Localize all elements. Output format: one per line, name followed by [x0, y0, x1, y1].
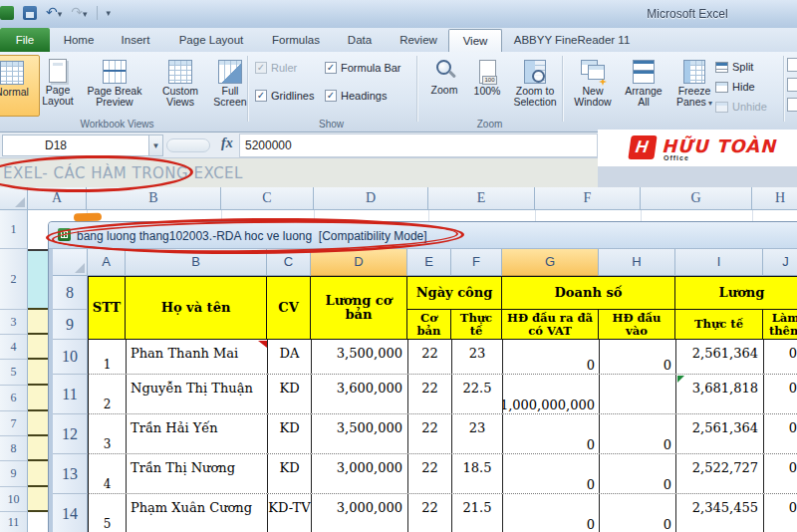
window-button-unhide[interactable]: Unhide — [715, 98, 767, 116]
table-cell[interactable]: 0 — [503, 340, 600, 374]
table-cell[interactable]: 22 — [408, 375, 452, 413]
name-box[interactable]: D18 — [2, 134, 149, 156]
table-cell[interactable]: 5 — [89, 494, 127, 532]
wb-row-header-11[interactable]: 11 — [53, 375, 88, 414]
outer-row-header-3[interactable]: 3 — [0, 310, 28, 335]
outer-row-header-9[interactable]: 9 — [0, 461, 28, 487]
table-cell[interactable]: 22 — [408, 340, 452, 374]
window-button-arrange-all[interactable]: Arrange All — [620, 55, 667, 117]
header-cell-cv[interactable]: CV — [267, 276, 311, 340]
wb-col-header-d[interactable]: D — [311, 249, 407, 276]
table-cell[interactable]: 22 — [408, 454, 452, 493]
redo-icon[interactable]: ↷▾ — [71, 5, 87, 21]
table-cell[interactable]: Trần Thị Nương — [127, 454, 268, 493]
table-cell[interactable]: 2,561,364 — [676, 414, 764, 453]
wb-row-header-12[interactable]: 12 — [53, 414, 88, 454]
header-cell-rev-in[interactable]: HĐ đầu vào — [599, 310, 675, 340]
table-cell[interactable]: 3,000,000 — [312, 494, 408, 532]
wb-row-header-14[interactable]: 14 — [53, 494, 88, 532]
header-cell-rev-out[interactable]: HĐ đầu ra đã có VAT — [502, 310, 599, 340]
header-cell-revenue[interactable]: Doanh số — [502, 276, 675, 310]
table-cell[interactable]: 0 — [764, 494, 797, 532]
wb-row-header-10[interactable]: 10 — [53, 340, 88, 375]
workbook-select-all-corner[interactable] — [53, 249, 88, 276]
undo-icon[interactable]: ↶▾ — [46, 5, 62, 21]
name-box-dropdown-icon[interactable]: ▼ — [149, 134, 163, 156]
table-cell[interactable]: 18.5 — [452, 454, 503, 493]
table-cell[interactable]: 0 — [764, 454, 797, 493]
ribbon-tab-page-layout[interactable]: Page Layout — [167, 29, 255, 52]
zoom-button-zoom[interactable]: Zoom — [422, 55, 466, 117]
table-cell[interactable]: Nguyễn Thị Thuận — [127, 375, 268, 413]
outer-col-header-d[interactable]: D — [314, 187, 428, 210]
outer-row-header-5[interactable]: 5 — [0, 360, 28, 386]
checkbox-gridlines[interactable]: ✓Gridlines — [255, 90, 314, 102]
table-cell[interactable]: KD — [268, 375, 312, 413]
checkbox-headings[interactable]: ✓Headings — [325, 90, 387, 102]
table-cell[interactable]: 21.5 — [452, 494, 503, 532]
ribbon-tab-view[interactable]: View — [448, 29, 502, 52]
table-cell[interactable]: DA — [268, 340, 312, 374]
table-cell[interactable]: 3,681,818 — [676, 375, 764, 413]
wb-col-header-j[interactable]: J — [763, 249, 797, 276]
header-cell-salary[interactable]: Lương — [675, 276, 797, 310]
customize-toolbar-icon[interactable]: ▾ — [107, 8, 112, 18]
outer-cell-colored[interactable] — [28, 411, 48, 436]
wb-row-header-9[interactable]: 9 — [53, 310, 88, 340]
checkbox-formula-bar[interactable]: ✓Formula Bar — [325, 62, 401, 74]
window-button-new-window[interactable]: New Window — [568, 55, 618, 117]
outer-row-header-7[interactable]: 7 — [0, 411, 28, 436]
outer-row-header-8[interactable]: 8 — [0, 436, 28, 461]
header-cell-base-salary[interactable]: Lương cơ bản — [311, 276, 407, 340]
table-cell[interactable]: 22.5 — [452, 375, 503, 413]
save-icon[interactable] — [23, 6, 37, 20]
window-button-split[interactable]: Split — [715, 58, 753, 76]
table-cell[interactable]: 3,600,000 — [312, 375, 408, 413]
outer-row-header-11[interactable]: 11 — [0, 512, 28, 532]
outer-row-header-10[interactable]: 10 — [0, 487, 28, 512]
zoom-button-zoom-to-selection[interactable]: Zoom to Selection — [508, 55, 562, 117]
table-cell[interactable]: KD-TV — [268, 494, 312, 532]
table-cell[interactable]: 2,522,727 — [676, 454, 764, 493]
table-cell[interactable]: 0 — [600, 340, 676, 374]
outer-cell-colored[interactable] — [28, 461, 48, 487]
table-cell[interactable]: KD — [268, 414, 312, 453]
wb-row-header-8[interactable]: 8 — [53, 276, 88, 310]
ribbon-tab-review[interactable]: Review — [391, 29, 446, 52]
wb-row-header-13[interactable]: 13 — [53, 454, 88, 494]
table-cell[interactable]: 0 — [503, 414, 600, 453]
table-cell[interactable]: 0 — [764, 340, 797, 374]
outer-col-header-g[interactable]: G — [641, 187, 752, 210]
formula-input[interactable]: 5200000 — [239, 133, 598, 157]
view-button-page-layout[interactable]: Page Layout — [34, 55, 82, 117]
wb-col-header-i[interactable]: I — [675, 249, 763, 276]
table-cell[interactable]: 0 — [764, 414, 797, 453]
header-cell-work-days[interactable]: Ngày công — [407, 276, 502, 310]
outer-cell-colored[interactable] — [28, 386, 48, 411]
header-cell-days-actual[interactable]: Thực tế — [451, 310, 502, 340]
outer-row-header-2[interactable]: 2 — [0, 249, 28, 310]
table-cell[interactable]: 4 — [89, 454, 127, 493]
ribbon-tab-insert[interactable]: Insert — [112, 29, 159, 52]
table-cell[interactable]: 1,000,000,000 — [503, 375, 600, 413]
table-cell[interactable]: KD — [268, 454, 312, 493]
undo-dropdown-icon[interactable]: ▾ — [58, 9, 63, 19]
outer-col-header-f[interactable]: F — [535, 187, 641, 210]
header-cell-stt[interactable]: STT — [88, 276, 126, 340]
wb-col-header-h[interactable]: H — [599, 249, 675, 276]
table-cell[interactable]: 23 — [452, 340, 503, 374]
table-cell[interactable]: Phạm Xuân Cương — [127, 494, 268, 532]
table-cell[interactable]: Trần Hải Yến — [127, 414, 268, 453]
table-cell[interactable]: 23 — [452, 414, 503, 453]
table-cell[interactable]: 3,500,000 — [312, 414, 408, 453]
table-cell[interactable]: 3,500,000 — [312, 340, 408, 374]
wb-col-header-a[interactable]: A — [88, 249, 126, 276]
table-cell[interactable]: 0 — [503, 494, 600, 532]
table-cell[interactable]: 0 — [600, 454, 676, 493]
outer-row-header-6[interactable]: 6 — [0, 386, 28, 411]
view-button-custom-views[interactable]: Custom Views — [155, 55, 205, 117]
outer-cell-colored[interactable] — [28, 335, 48, 360]
table-cell[interactable]: 0 — [764, 375, 797, 413]
table-cell[interactable]: 2,345,455 — [676, 494, 764, 532]
checkbox-ruler[interactable]: ✓Ruler — [255, 62, 297, 74]
